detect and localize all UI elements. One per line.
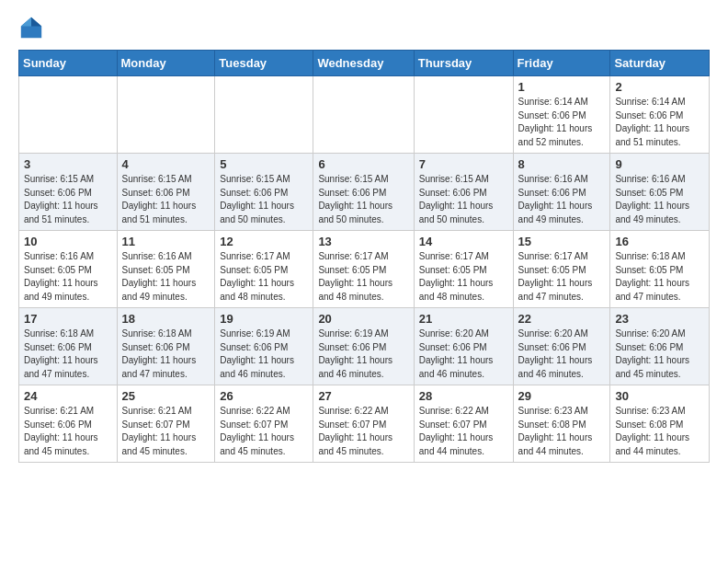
day-number: 15 <box>518 235 606 248</box>
day-number: 24 <box>24 389 112 403</box>
day-number: 18 <box>122 312 210 326</box>
calendar-cell: 19Sunrise: 6:19 AM Sunset: 6:06 PM Dayli… <box>215 308 313 385</box>
day-number: 17 <box>24 312 112 326</box>
day-number: 5 <box>220 157 308 171</box>
day-info: Sunrise: 6:15 AM Sunset: 6:06 PM Dayligh… <box>24 173 112 226</box>
day-number: 29 <box>518 389 606 403</box>
day-number: 11 <box>122 235 210 248</box>
day-info: Sunrise: 6:22 AM Sunset: 6:07 PM Dayligh… <box>419 405 508 458</box>
day-number: 4 <box>122 157 210 171</box>
weekday-header-tuesday: Tuesday <box>215 51 313 76</box>
calendar-cell: 8Sunrise: 6:16 AM Sunset: 6:06 PM Daylig… <box>513 154 610 231</box>
day-info: Sunrise: 6:23 AM Sunset: 6:08 PM Dayligh… <box>518 405 606 458</box>
calendar-cell: 6Sunrise: 6:15 AM Sunset: 6:06 PM Daylig… <box>313 154 414 231</box>
calendar-cell: 21Sunrise: 6:20 AM Sunset: 6:06 PM Dayli… <box>414 308 513 385</box>
calendar-cell <box>19 76 118 154</box>
day-number: 23 <box>615 312 704 326</box>
calendar-cell: 11Sunrise: 6:16 AM Sunset: 6:05 PM Dayli… <box>117 231 215 308</box>
calendar-cell: 1Sunrise: 6:14 AM Sunset: 6:06 PM Daylig… <box>513 76 610 154</box>
calendar-cell: 9Sunrise: 6:16 AM Sunset: 6:05 PM Daylig… <box>610 154 710 231</box>
day-info: Sunrise: 6:15 AM Sunset: 6:06 PM Dayligh… <box>220 173 308 226</box>
calendar-cell: 7Sunrise: 6:15 AM Sunset: 6:06 PM Daylig… <box>414 154 513 231</box>
day-number: 19 <box>220 312 308 326</box>
svg-marker-1 <box>31 17 41 27</box>
header <box>18 15 710 40</box>
svg-marker-2 <box>21 17 31 27</box>
day-info: Sunrise: 6:20 AM Sunset: 6:06 PM Dayligh… <box>419 327 508 381</box>
calendar-cell: 29Sunrise: 6:23 AM Sunset: 6:08 PM Dayli… <box>513 385 610 463</box>
calendar-cell: 28Sunrise: 6:22 AM Sunset: 6:07 PM Dayli… <box>414 385 513 463</box>
day-number: 2 <box>615 80 704 94</box>
calendar-cell: 27Sunrise: 6:22 AM Sunset: 6:07 PM Dayli… <box>313 385 414 463</box>
calendar-cell: 26Sunrise: 6:22 AM Sunset: 6:07 PM Dayli… <box>215 385 313 463</box>
logo-icon <box>18 15 44 40</box>
day-info: Sunrise: 6:19 AM Sunset: 6:06 PM Dayligh… <box>220 327 308 381</box>
day-number: 20 <box>318 312 408 326</box>
calendar-cell: 30Sunrise: 6:23 AM Sunset: 6:08 PM Dayli… <box>610 385 710 463</box>
day-info: Sunrise: 6:22 AM Sunset: 6:07 PM Dayligh… <box>318 405 408 458</box>
day-info: Sunrise: 6:14 AM Sunset: 6:06 PM Dayligh… <box>615 96 704 149</box>
logo-area <box>18 15 48 40</box>
day-info: Sunrise: 6:15 AM Sunset: 6:06 PM Dayligh… <box>419 173 508 226</box>
day-info: Sunrise: 6:17 AM Sunset: 6:05 PM Dayligh… <box>518 250 606 304</box>
week-row-4: 24Sunrise: 6:21 AM Sunset: 6:06 PM Dayli… <box>19 385 710 463</box>
calendar-cell: 13Sunrise: 6:17 AM Sunset: 6:05 PM Dayli… <box>313 231 414 308</box>
calendar-cell: 17Sunrise: 6:18 AM Sunset: 6:06 PM Dayli… <box>19 308 118 385</box>
page: SundayMondayTuesdayWednesdayThursdayFrid… <box>0 0 728 477</box>
day-info: Sunrise: 6:15 AM Sunset: 6:06 PM Dayligh… <box>318 173 408 226</box>
calendar-cell: 23Sunrise: 6:20 AM Sunset: 6:06 PM Dayli… <box>610 308 710 385</box>
calendar-cell: 25Sunrise: 6:21 AM Sunset: 6:07 PM Dayli… <box>117 385 215 463</box>
day-number: 13 <box>318 235 408 248</box>
calendar-cell: 4Sunrise: 6:15 AM Sunset: 6:06 PM Daylig… <box>117 154 215 231</box>
calendar-cell: 2Sunrise: 6:14 AM Sunset: 6:06 PM Daylig… <box>610 76 710 154</box>
day-info: Sunrise: 6:18 AM Sunset: 6:05 PM Dayligh… <box>615 250 704 304</box>
weekday-header-sunday: Sunday <box>19 51 118 76</box>
day-number: 25 <box>122 389 210 403</box>
day-info: Sunrise: 6:14 AM Sunset: 6:06 PM Dayligh… <box>518 96 606 149</box>
week-row-1: 3Sunrise: 6:15 AM Sunset: 6:06 PM Daylig… <box>19 154 710 231</box>
calendar-cell: 5Sunrise: 6:15 AM Sunset: 6:06 PM Daylig… <box>215 154 313 231</box>
weekday-header-row: SundayMondayTuesdayWednesdayThursdayFrid… <box>19 51 710 76</box>
calendar-cell: 24Sunrise: 6:21 AM Sunset: 6:06 PM Dayli… <box>19 385 118 463</box>
weekday-header-monday: Monday <box>117 51 215 76</box>
weekday-header-friday: Friday <box>513 51 610 76</box>
week-row-3: 17Sunrise: 6:18 AM Sunset: 6:06 PM Dayli… <box>19 308 710 385</box>
day-number: 12 <box>220 235 308 248</box>
calendar-cell <box>414 76 513 154</box>
calendar-cell: 14Sunrise: 6:17 AM Sunset: 6:05 PM Dayli… <box>414 231 513 308</box>
weekday-header-wednesday: Wednesday <box>313 51 414 76</box>
day-number: 1 <box>518 80 606 94</box>
day-info: Sunrise: 6:20 AM Sunset: 6:06 PM Dayligh… <box>615 327 704 381</box>
day-info: Sunrise: 6:19 AM Sunset: 6:06 PM Dayligh… <box>318 327 408 381</box>
day-info: Sunrise: 6:17 AM Sunset: 6:05 PM Dayligh… <box>419 250 508 304</box>
weekday-header-saturday: Saturday <box>610 51 710 76</box>
day-number: 22 <box>518 312 606 326</box>
day-info: Sunrise: 6:18 AM Sunset: 6:06 PM Dayligh… <box>122 327 210 381</box>
calendar-cell: 12Sunrise: 6:17 AM Sunset: 6:05 PM Dayli… <box>215 231 313 308</box>
day-info: Sunrise: 6:16 AM Sunset: 6:05 PM Dayligh… <box>122 250 210 304</box>
weekday-header-thursday: Thursday <box>414 51 513 76</box>
calendar-cell: 15Sunrise: 6:17 AM Sunset: 6:05 PM Dayli… <box>513 231 610 308</box>
day-number: 7 <box>419 157 508 171</box>
day-number: 28 <box>419 389 508 403</box>
calendar-cell <box>215 76 313 154</box>
calendar: SundayMondayTuesdayWednesdayThursdayFrid… <box>18 50 710 463</box>
day-number: 3 <box>24 157 112 171</box>
calendar-cell: 3Sunrise: 6:15 AM Sunset: 6:06 PM Daylig… <box>19 154 118 231</box>
calendar-cell: 18Sunrise: 6:18 AM Sunset: 6:06 PM Dayli… <box>117 308 215 385</box>
day-info: Sunrise: 6:16 AM Sunset: 6:05 PM Dayligh… <box>24 250 112 304</box>
week-row-0: 1Sunrise: 6:14 AM Sunset: 6:06 PM Daylig… <box>19 76 710 154</box>
day-info: Sunrise: 6:18 AM Sunset: 6:06 PM Dayligh… <box>24 327 112 381</box>
day-info: Sunrise: 6:17 AM Sunset: 6:05 PM Dayligh… <box>318 250 408 304</box>
day-number: 26 <box>220 389 308 403</box>
day-number: 27 <box>318 389 408 403</box>
calendar-cell: 20Sunrise: 6:19 AM Sunset: 6:06 PM Dayli… <box>313 308 414 385</box>
day-info: Sunrise: 6:16 AM Sunset: 6:06 PM Dayligh… <box>518 173 606 226</box>
day-info: Sunrise: 6:17 AM Sunset: 6:05 PM Dayligh… <box>220 250 308 304</box>
calendar-cell: 10Sunrise: 6:16 AM Sunset: 6:05 PM Dayli… <box>19 231 118 308</box>
day-info: Sunrise: 6:16 AM Sunset: 6:05 PM Dayligh… <box>615 173 704 226</box>
day-number: 8 <box>518 157 606 171</box>
day-number: 30 <box>615 389 704 403</box>
day-info: Sunrise: 6:23 AM Sunset: 6:08 PM Dayligh… <box>615 405 704 458</box>
calendar-cell: 16Sunrise: 6:18 AM Sunset: 6:05 PM Dayli… <box>610 231 710 308</box>
